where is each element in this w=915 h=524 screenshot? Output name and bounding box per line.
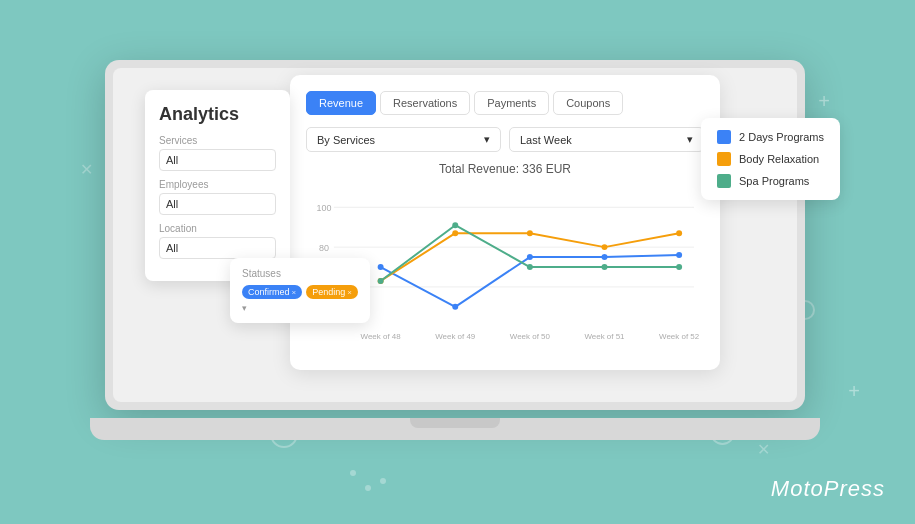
svg-text:80: 80 <box>319 243 329 253</box>
svg-point-12 <box>452 304 458 310</box>
legend-dot-yellow <box>717 152 731 166</box>
dashboard-panel: Revenue Reservations Payments Coupons By… <box>290 75 720 370</box>
tab-payments[interactable]: Payments <box>474 91 549 115</box>
statuses-card: Statuses Confirmed × Pending × ▾ <box>230 258 370 323</box>
legend-dot-blue <box>717 130 731 144</box>
last-week-dropdown[interactable]: Last Week ▾ <box>509 127 704 152</box>
employees-label: Employees <box>159 179 276 190</box>
laptop-base <box>90 418 820 440</box>
svg-point-11 <box>378 264 384 270</box>
svg-text:Week of 48: Week of 48 <box>361 332 402 341</box>
legend-item-yellow: Body Relaxation <box>717 152 824 166</box>
svg-point-22 <box>452 222 458 228</box>
location-label: Location <box>159 223 276 234</box>
svg-text:Week of 51: Week of 51 <box>584 332 625 341</box>
legend-label-yellow: Body Relaxation <box>739 153 819 165</box>
svg-point-19 <box>602 244 608 250</box>
legend-label-blue: 2 Days Programs <box>739 131 824 143</box>
svg-point-14 <box>602 254 608 260</box>
svg-text:Week of 50: Week of 50 <box>510 332 551 341</box>
svg-text:Week of 52: Week of 52 <box>659 332 700 341</box>
services-filter: Services All <box>159 135 276 171</box>
employees-filter: Employees All <box>159 179 276 215</box>
services-label: Services <box>159 135 276 146</box>
legend-label-green: Spa Programs <box>739 175 809 187</box>
statuses-title: Statuses <box>242 268 358 279</box>
by-services-chevron-icon: ▾ <box>484 133 490 146</box>
svg-point-21 <box>378 278 384 284</box>
chart-title: Total Revenue: 336 EUR <box>306 162 704 176</box>
motopress-logo: MotoPress <box>771 476 885 502</box>
legend-item-green: Spa Programs <box>717 174 824 188</box>
location-value[interactable]: All <box>159 237 276 259</box>
last-week-chevron-icon: ▾ <box>687 133 693 146</box>
dashboard-tabs: Revenue Reservations Payments Coupons <box>306 91 704 115</box>
svg-point-13 <box>527 254 533 260</box>
tab-coupons[interactable]: Coupons <box>553 91 623 115</box>
svg-point-15 <box>676 252 682 258</box>
svg-text:100: 100 <box>316 203 331 213</box>
confirmed-tag[interactable]: Confirmed × <box>242 285 302 299</box>
filters-row: By Services ▾ Last Week ▾ <box>306 127 704 152</box>
analytics-title: Analytics <box>159 104 276 125</box>
pending-tag[interactable]: Pending × <box>306 285 358 299</box>
tab-revenue[interactable]: Revenue <box>306 91 376 115</box>
location-filter: Location All <box>159 223 276 259</box>
statuses-dropdown-icon[interactable]: ▾ <box>242 303 247 313</box>
status-tags-container: Confirmed × Pending × ▾ <box>242 285 358 313</box>
svg-point-24 <box>602 264 608 270</box>
svg-text:Week of 49: Week of 49 <box>435 332 476 341</box>
svg-point-25 <box>676 264 682 270</box>
by-services-dropdown[interactable]: By Services ▾ <box>306 127 501 152</box>
svg-point-17 <box>452 230 458 236</box>
tab-reservations[interactable]: Reservations <box>380 91 470 115</box>
employees-value[interactable]: All <box>159 193 276 215</box>
services-value[interactable]: All <box>159 149 276 171</box>
analytics-sidebar-card: Analytics Services All Employees All Loc… <box>145 90 290 281</box>
svg-point-18 <box>527 230 533 236</box>
legend-item-blue: 2 Days Programs <box>717 130 824 144</box>
pending-close-icon[interactable]: × <box>347 288 352 297</box>
legend-card: 2 Days Programs Body Relaxation Spa Prog… <box>701 118 840 200</box>
confirmed-close-icon[interactable]: × <box>292 288 297 297</box>
legend-dot-green <box>717 174 731 188</box>
svg-point-23 <box>527 264 533 270</box>
svg-point-20 <box>676 230 682 236</box>
